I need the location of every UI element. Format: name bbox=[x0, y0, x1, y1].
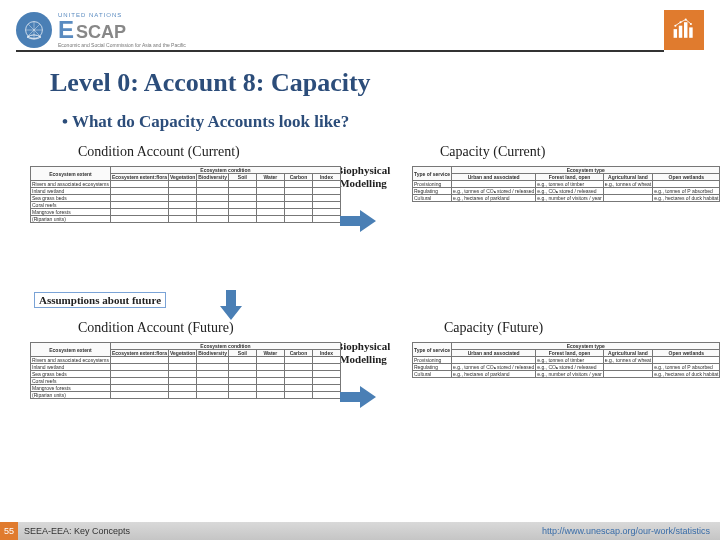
page-title: Level 0: Account 8: Capacity bbox=[50, 68, 692, 98]
un-emblem-icon bbox=[16, 12, 52, 48]
footer-left: SEEA-EEA: Key Concepts bbox=[24, 526, 130, 536]
svg-rect-3 bbox=[684, 22, 687, 38]
diagram-area: Condition Account (Current) Capacity (Cu… bbox=[40, 140, 692, 480]
label-condition-future: Condition Account (Future) bbox=[78, 320, 234, 336]
slide-header: UNITED NATIONS E SCAP Economic and Socia… bbox=[0, 0, 720, 52]
label-capacity-future: Capacity (Future) bbox=[444, 320, 543, 336]
slide-content: Level 0: Account 8: Capacity What do Cap… bbox=[0, 52, 720, 480]
escap-e: E bbox=[58, 18, 74, 42]
footer-url: http://www.unescap.org/our-work/statisti… bbox=[542, 526, 710, 536]
logo-text: UNITED NATIONS E SCAP Economic and Socia… bbox=[58, 12, 186, 48]
svg-rect-4 bbox=[689, 27, 692, 37]
logo-subtitle: Economic and Social Commission for Asia … bbox=[58, 42, 186, 48]
label-condition-current: Condition Account (Current) bbox=[78, 144, 240, 160]
bullet-question: What do Capacity Accounts look like? bbox=[62, 112, 692, 132]
escap-logo: UNITED NATIONS E SCAP Economic and Socia… bbox=[16, 12, 186, 48]
condition-table-current: Ecosystem extentEcosystem conditionEcosy… bbox=[30, 166, 341, 223]
escap-rest: SCAP bbox=[76, 23, 126, 41]
stats-icon bbox=[664, 10, 704, 50]
label-assumptions: Assumptions about future bbox=[34, 292, 166, 308]
svg-rect-1 bbox=[674, 29, 677, 38]
arrow-right-2 bbox=[340, 386, 376, 408]
page-number: 55 bbox=[0, 522, 18, 540]
condition-table-future: Ecosystem extentEcosystem conditionEcosy… bbox=[30, 342, 341, 399]
arrow-down bbox=[220, 290, 242, 320]
slide-footer: 55 SEEA-EEA: Key Concepts http://www.une… bbox=[0, 522, 720, 540]
label-capacity-current: Capacity (Current) bbox=[440, 144, 545, 160]
capacity-table-future: Type of serviceEcosystem typeUrban and a… bbox=[412, 342, 720, 378]
header-rule bbox=[16, 50, 664, 52]
capacity-table-current: Type of serviceEcosystem typeUrban and a… bbox=[412, 166, 720, 202]
svg-rect-2 bbox=[679, 26, 682, 38]
arrow-right-1 bbox=[340, 210, 376, 232]
